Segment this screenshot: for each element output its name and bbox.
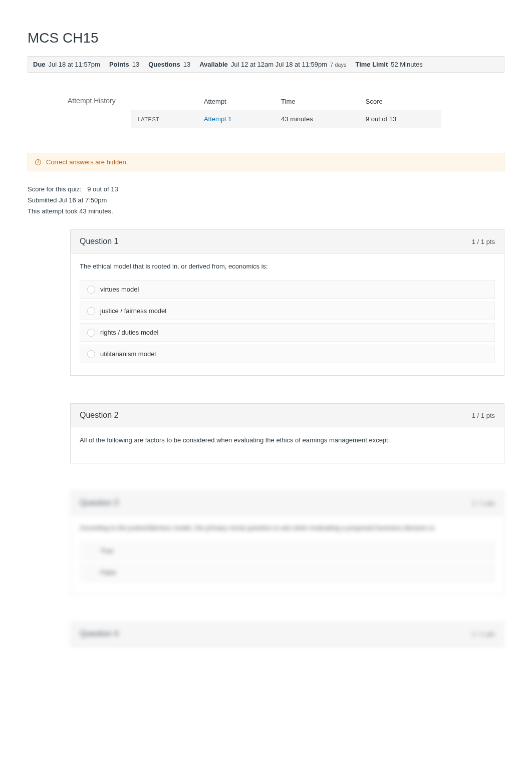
question-points: 1 / 1 pts	[472, 499, 495, 507]
meta-available-sub: 7 days	[330, 62, 346, 68]
question-block: Question 41 / 1 pts	[70, 622, 504, 646]
info-icon: i	[35, 159, 41, 165]
table-header-row: Attempt Time Score	[131, 93, 441, 110]
meta-questions-label: Questions	[148, 61, 180, 68]
attempt-link[interactable]: Attempt 1	[204, 115, 232, 123]
question-points: 1 / 1 pts	[472, 412, 495, 419]
answer-option[interactable]: rights / duties model	[80, 323, 495, 342]
question-body: All of the following are factors to be c…	[71, 427, 504, 463]
time-cell: 43 minutes	[274, 110, 359, 128]
answer-option: False	[80, 563, 495, 582]
meta-questions: Questions 13	[148, 61, 190, 68]
question-prompt: According to the justice/fairness model,…	[80, 524, 495, 532]
meta-available-value: Jul 12 at 12am Jul 18 at 11:59pm	[231, 61, 327, 68]
summary-score-line: Score for this quiz: 9 out of 13	[28, 184, 504, 195]
question-points: 1 / 1 pts	[472, 238, 495, 245]
question-label: Question 4	[80, 629, 118, 638]
col-attempt: Attempt	[197, 93, 274, 110]
question-body: The ethical model that is rooted in, or …	[71, 253, 504, 375]
question-header: Question 41 / 1 pts	[71, 622, 504, 646]
quiz-meta-bar: Due Jul 18 at 11:57pm Points 13 Question…	[28, 56, 504, 73]
meta-points-label: Points	[109, 61, 129, 68]
answer-option: True	[80, 542, 495, 560]
latest-badge: LATEST	[131, 110, 197, 128]
meta-due: Due Jul 18 at 11:57pm	[33, 61, 100, 68]
table-row: LATEST Attempt 1 43 minutes 9 out of 13	[131, 110, 441, 128]
meta-points: Points 13	[109, 61, 139, 68]
meta-questions-value: 13	[183, 61, 190, 68]
question-block: Question 11 / 1 ptsThe ethical model tha…	[70, 229, 504, 376]
answer-option[interactable]: utilitarianism model	[80, 345, 495, 363]
question-label: Question 1	[80, 237, 118, 246]
correct-answers-hidden-alert: i Correct answers are hidden.	[28, 153, 504, 171]
question-header: Question 11 / 1 pts	[71, 230, 504, 253]
alert-text: Correct answers are hidden.	[46, 158, 128, 166]
summary-submitted: Submitted Jul 16 at 7:50pm	[28, 195, 504, 206]
question-header: Question 31 / 1 pts	[71, 491, 504, 515]
col-time: Time	[274, 93, 359, 110]
question-points: 1 / 1 pts	[472, 630, 495, 638]
summary-score-value: 9 out of 13	[87, 185, 118, 193]
col-score: Score	[359, 93, 441, 110]
question-prompt: All of the following are factors to be c…	[80, 436, 495, 444]
attempt-cell: Attempt 1	[197, 110, 274, 128]
question-label: Question 2	[80, 411, 118, 420]
answer-option[interactable]: justice / fairness model	[80, 302, 495, 320]
meta-timelimit: Time Limit 52 Minutes	[355, 61, 422, 68]
page-title: MCS CH15	[28, 30, 504, 46]
meta-due-label: Due	[33, 61, 46, 68]
meta-timelimit-label: Time Limit	[355, 61, 388, 68]
attempt-history-table: Attempt Time Score LATEST Attempt 1 43 m…	[131, 93, 441, 128]
meta-due-value: Jul 18 at 11:57pm	[49, 61, 100, 68]
score-cell: 9 out of 13	[359, 110, 441, 128]
quiz-summary: Score for this quiz: 9 out of 13 Submitt…	[28, 184, 504, 217]
quiz-page: MCS CH15 Due Jul 18 at 11:57pm Points 13…	[0, 0, 532, 646]
meta-points-value: 13	[132, 61, 139, 68]
question-label: Question 3	[80, 498, 118, 507]
summary-score-label: Score for this quiz:	[28, 185, 82, 193]
questions-container: Question 11 / 1 ptsThe ethical model tha…	[28, 229, 504, 646]
answer-list: TrueFalse	[80, 542, 495, 582]
meta-timelimit-value: 52 Minutes	[391, 61, 423, 68]
question-body: According to the justice/fairness model,…	[71, 515, 504, 594]
answer-option[interactable]: virtues model	[80, 280, 495, 299]
question-block: Question 21 / 1 ptsAll of the following …	[70, 403, 504, 463]
summary-took: This attempt took 43 minutes.	[28, 206, 504, 217]
answer-list: virtues modeljustice / fairness modelrig…	[80, 280, 495, 363]
attempt-history-section: Attempt History Attempt Time Score LATES…	[28, 93, 504, 128]
question-prompt: The ethical model that is rooted in, or …	[80, 263, 495, 270]
question-block: Question 31 / 1 ptsAccording to the just…	[70, 491, 504, 594]
col-blank	[131, 93, 197, 110]
meta-available: Available Jul 12 at 12am Jul 18 at 11:59…	[199, 61, 346, 68]
question-header: Question 21 / 1 pts	[71, 404, 504, 427]
attempt-history-label: Attempt History	[68, 93, 131, 105]
meta-available-label: Available	[199, 61, 228, 68]
